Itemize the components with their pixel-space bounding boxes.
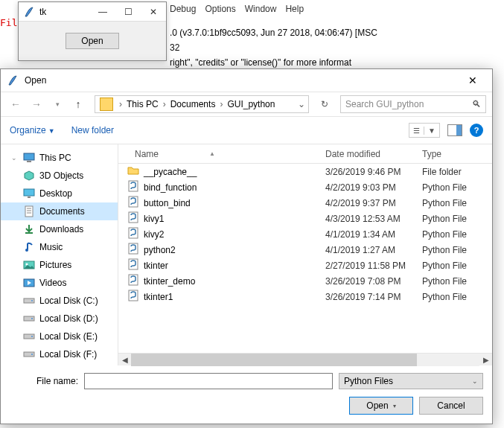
col-date-header[interactable]: Date modified (325, 149, 418, 159)
file-type: Python File (418, 292, 492, 302)
dialog-titlebar[interactable]: Open ✕ (1, 69, 492, 92)
tree-item-label: Music (39, 242, 63, 252)
new-folder-button[interactable]: New folder (71, 125, 114, 135)
file-type: Python File (418, 261, 492, 271)
scroll-track[interactable] (131, 354, 479, 366)
file-row[interactable]: python24/1/2019 1:27 AMPython File (118, 242, 492, 258)
nav-tree[interactable]: ⌄This PC3D ObjectsDesktopDocumentsDownlo… (1, 144, 118, 365)
tree-item-label: 3D Objects (39, 170, 83, 181)
tree-item-music[interactable]: Music (1, 238, 118, 256)
file-date: 3/26/2019 9:46 PM (325, 167, 418, 177)
menu-help[interactable]: Help (285, 4, 304, 14)
file-row[interactable]: tkinter_demo3/26/2019 7:08 PMPython File (118, 273, 492, 289)
close-icon[interactable]: ✕ (141, 2, 166, 22)
file-row[interactable]: tkinter2/27/2019 11:58 PMPython File (118, 258, 492, 273)
organize-menu[interactable]: Organize▼ (10, 125, 55, 135)
cancel-button[interactable]: Cancel (419, 397, 483, 415)
file-list-pane: Name▲ Date modified Type __pycache__3/26… (118, 144, 492, 365)
tree-item-this-pc[interactable]: ⌄This PC (1, 149, 118, 167)
help-icon[interactable]: ? (470, 124, 483, 137)
py-icon (127, 211, 139, 226)
chevron-right-icon[interactable]: › (160, 99, 169, 109)
file-type-filter[interactable]: Python Files ⌄ (339, 373, 483, 389)
tree-item-local-disk-e-[interactable]: Local Disk (E:) (1, 328, 118, 345)
scroll-left-icon[interactable]: ◀ (118, 354, 131, 366)
menu-window[interactable]: Window (245, 4, 277, 14)
maximize-icon[interactable]: ☐ (115, 2, 141, 22)
file-name: __pycache__ (144, 167, 197, 177)
col-name-header[interactable]: Name▲ (118, 149, 325, 159)
horizontal-scrollbar[interactable]: ◀ ▶ (118, 353, 492, 365)
file-date: 4/2/2019 9:37 PM (325, 198, 418, 208)
downloads-icon (23, 223, 35, 235)
tree-item-videos[interactable]: Videos (1, 274, 118, 292)
tk-titlebar[interactable]: tk — ☐ ✕ (19, 2, 166, 22)
file-name: kivy2 (144, 229, 164, 240)
nav-up-icon[interactable]: ↑ (69, 95, 87, 113)
bottom-panel: File name: Python Files ⌄ Open▾ Cancel (1, 365, 492, 424)
filename-input[interactable] (84, 373, 333, 389)
preview-pane-button[interactable] (447, 124, 462, 136)
file-row[interactable]: bind_function4/2/2019 9:03 PMPython File (118, 179, 492, 195)
file-row[interactable]: kivy14/3/2019 12:53 AMPython File (118, 211, 492, 226)
refresh-icon[interactable]: ↻ (316, 96, 333, 112)
scroll-thumb[interactable] (131, 354, 417, 366)
file-type: File folder (418, 167, 492, 177)
3d-icon (23, 170, 35, 182)
tree-item-local-disk-c-[interactable]: Local Disk (C:) (1, 292, 118, 310)
file-type: Python File (418, 276, 492, 287)
py-icon (127, 274, 139, 288)
split-chevron-icon[interactable]: ▾ (393, 403, 396, 409)
nav-back-icon[interactable]: ← (7, 95, 25, 113)
tree-item-local-disk-f-[interactable]: Local Disk (F:) (1, 345, 118, 363)
chevron-right-icon[interactable]: › (116, 99, 125, 109)
tree-item-3d-objects[interactable]: 3D Objects (1, 167, 118, 185)
drive-icon (23, 348, 35, 360)
file-row[interactable]: tkinter13/26/2019 7:14 PMPython File (118, 289, 492, 304)
menu-debug[interactable]: Debug (170, 4, 196, 14)
py-icon (127, 227, 139, 241)
dialog-close-button[interactable]: ✕ (459, 71, 486, 90)
tree-item-pictures[interactable]: Pictures (1, 256, 118, 274)
chevron-down-icon[interactable]: ⌄ (295, 99, 308, 109)
tree-item-desktop[interactable]: Desktop (1, 185, 118, 202)
crumb-gui-python[interactable]: GUI_python (226, 99, 276, 109)
column-headers[interactable]: Name▲ Date modified Type (118, 144, 492, 164)
tk-open-button[interactable]: Open (66, 33, 119, 49)
nav-recent-icon[interactable]: ▾ (48, 95, 66, 113)
file-type: Python File (418, 214, 492, 224)
py-icon (127, 258, 139, 272)
col-type-header[interactable]: Type (418, 149, 492, 159)
drive-icon (23, 295, 35, 307)
file-row[interactable]: kivy24/1/2019 1:34 AMPython File (118, 226, 492, 242)
chevron-down-icon[interactable]: ▼ (424, 127, 439, 135)
docs-icon (23, 205, 35, 217)
music-icon (23, 241, 35, 253)
breadcrumb[interactable]: › This PC › Documents › GUI_python ⌄ (95, 95, 309, 113)
view-mode-button[interactable]: ☰ ▼ (409, 123, 440, 138)
minimize-icon[interactable]: — (90, 2, 115, 22)
scroll-right-icon[interactable]: ▶ (479, 354, 492, 366)
tree-item-downloads[interactable]: Downloads (1, 220, 118, 238)
file-rows[interactable]: __pycache__3/26/2019 9:46 PMFile folderb… (118, 164, 492, 353)
file-type: Python File (418, 182, 492, 193)
chevron-right-icon[interactable]: › (217, 99, 226, 109)
tree-item-label: Local Disk (D:) (39, 313, 98, 324)
open-button[interactable]: Open▾ (349, 397, 413, 415)
feather-icon (7, 74, 19, 86)
crumb-this-pc[interactable]: This PC (125, 99, 160, 109)
file-date: 4/3/2019 12:53 AM (325, 214, 418, 224)
search-input[interactable]: Search GUI_python 🔍︎ (340, 95, 486, 113)
file-date: 4/1/2019 1:27 AM (325, 245, 418, 255)
menu-options[interactable]: Options (205, 4, 235, 14)
sort-ascending-icon: ▲ (205, 150, 220, 157)
tree-item-local-disk-d-[interactable]: Local Disk (D:) (1, 310, 118, 328)
svg-point-14 (31, 300, 33, 301)
file-row[interactable]: button_bind4/2/2019 9:37 PMPython File (118, 195, 492, 211)
nav-forward-icon[interactable]: → (28, 95, 45, 113)
tree-item-documents[interactable]: Documents (1, 202, 118, 220)
crumb-documents[interactable]: Documents (169, 99, 217, 109)
file-row[interactable]: __pycache__3/26/2019 9:46 PMFile folder (118, 164, 492, 179)
search-placeholder: Search GUI_python (345, 99, 424, 109)
svg-point-20 (31, 354, 33, 355)
